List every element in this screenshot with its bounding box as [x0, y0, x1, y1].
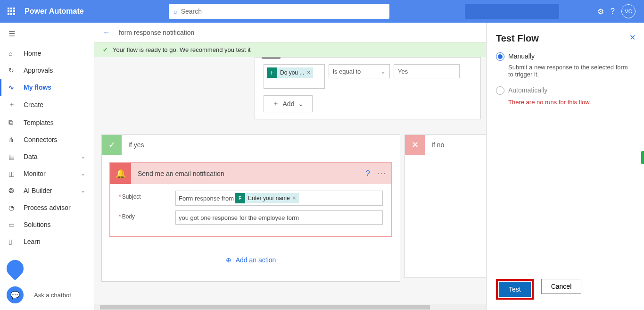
- search-box[interactable]: ⌕: [169, 4, 389, 19]
- flow-title: form response notification: [119, 29, 194, 36]
- email-notification-action[interactable]: 🔔 Send me an email notification ? ··· *S…: [109, 162, 392, 237]
- remove-token-icon[interactable]: ×: [307, 69, 310, 76]
- radio-manually[interactable]: Manually: [496, 52, 635, 61]
- nav-approvals[interactable]: ↻Approvals: [0, 62, 94, 79]
- dynamic-token[interactable]: F Do you ... ×: [267, 67, 313, 78]
- grip-icon: [262, 57, 281, 59]
- action-title: Send me an email notification: [138, 170, 366, 177]
- subject-label: *Subject: [119, 191, 175, 200]
- home-icon: ⌂: [8, 50, 18, 57]
- check-icon: ✓: [102, 135, 122, 155]
- approvals-icon: ↻: [8, 67, 18, 74]
- nav-learn[interactable]: ▯Learn: [0, 233, 94, 250]
- cancel-button[interactable]: Cancel: [541, 279, 582, 294]
- app-launcher-icon[interactable]: [4, 4, 19, 19]
- search-icon: ⌕: [173, 8, 177, 15]
- banner-text: Your flow is ready to go. We recommend y…: [113, 46, 251, 53]
- plus-icon: ＋: [272, 100, 279, 108]
- nav-data[interactable]: ▦Data⌄: [0, 148, 94, 165]
- chevron-down-icon: ⌄: [298, 100, 304, 108]
- templates-icon: ⧉: [8, 118, 18, 126]
- solutions-icon: ▭: [8, 221, 18, 228]
- cross-icon: ✕: [405, 135, 425, 155]
- environment-selector[interactable]: [465, 4, 559, 19]
- chatbot-label[interactable]: Ask a chatbot: [34, 292, 71, 299]
- condition-left-value[interactable]: F Do you ... ×: [264, 64, 325, 89]
- chevron-down-icon: ⌄: [81, 187, 85, 194]
- manual-description: Submit a new response to the selected fo…: [508, 64, 635, 78]
- chat-pointer-icon: [3, 257, 27, 281]
- condition-operator[interactable]: is equal to ⌄: [329, 64, 390, 78]
- ai-icon: ❂: [8, 187, 18, 194]
- condition-block[interactable]: F Do you ... × is equal to ⌄ Yes ＋ Add ⌄: [255, 57, 481, 119]
- user-avatar[interactable]: VC: [621, 4, 636, 18]
- data-icon: ▦: [8, 153, 18, 160]
- nav-ai-builder[interactable]: ❂AI Builder⌄: [0, 182, 94, 199]
- nav-create[interactable]: ＋Create: [0, 96, 94, 114]
- brand-title: Power Automate: [25, 7, 84, 16]
- nav-templates[interactable]: ⧉Templates: [0, 114, 94, 131]
- forms-icon: F: [267, 67, 277, 78]
- auto-error-text: There are no runs for this flow.: [508, 99, 635, 106]
- nav-process-advisor[interactable]: ◔Process advisor: [0, 199, 94, 216]
- help-icon[interactable]: ?: [366, 169, 370, 178]
- settings-icon[interactable]: ⚙: [597, 7, 604, 16]
- nav-my-flows[interactable]: ∿My flows: [0, 79, 94, 96]
- bell-icon: 🔔: [110, 163, 131, 184]
- add-action-link[interactable]: ⊕ Add an action: [226, 256, 276, 264]
- chevron-down-icon: ⌄: [81, 170, 85, 177]
- connectors-icon: ⋔: [8, 136, 18, 143]
- forms-icon: F: [235, 193, 245, 203]
- check-icon: ✔: [103, 46, 108, 53]
- condition-right-value[interactable]: Yes: [394, 64, 460, 78]
- plus-icon: ＋: [8, 101, 18, 109]
- back-button[interactable]: ←: [103, 28, 110, 37]
- hamburger-icon[interactable]: ☰: [0, 23, 94, 45]
- search-input[interactable]: [181, 8, 385, 15]
- panel-title: Test Flow: [496, 33, 635, 44]
- nav-solutions[interactable]: ▭Solutions: [0, 216, 94, 233]
- test-button[interactable]: Test: [499, 282, 531, 297]
- remove-token-icon[interactable]: ×: [293, 195, 296, 201]
- insert-step-icon: ⊕: [226, 256, 231, 264]
- highlight-ring: Test: [496, 279, 534, 300]
- top-header: Power Automate ⌕ ⚙ ? VC: [0, 0, 644, 23]
- close-panel-icon[interactable]: ✕: [629, 33, 636, 42]
- add-condition-button[interactable]: ＋ Add ⌄: [264, 95, 313, 112]
- if-yes-branch: ✓ If yes 🔔 Send me an email notification…: [101, 134, 400, 282]
- chevron-down-icon: ⌄: [380, 68, 386, 75]
- test-flow-panel: Test Flow ✕ Manually Submit a new respon…: [486, 23, 644, 310]
- feedback-tab[interactable]: [641, 151, 644, 164]
- left-sidebar: ☰ ⌂Home ↻Approvals ∿My flows ＋Create ⧉Te…: [0, 23, 94, 310]
- subject-input[interactable]: Form response from F Enter your name ×: [175, 191, 383, 206]
- radio-automatically[interactable]: Automatically: [496, 86, 635, 95]
- nav-home[interactable]: ⌂Home: [0, 45, 94, 62]
- body-input[interactable]: you got one response for the employee fo…: [175, 210, 383, 225]
- chevron-down-icon: ⌄: [81, 153, 85, 160]
- learn-icon: ▯: [8, 238, 18, 245]
- radio-icon[interactable]: [496, 52, 504, 61]
- action-menu-icon[interactable]: ···: [378, 169, 387, 178]
- if-yes-header[interactable]: ✓ If yes: [102, 135, 400, 155]
- monitor-icon: ◫: [8, 170, 18, 177]
- nav-connectors[interactable]: ⋔Connectors: [0, 131, 94, 148]
- advisor-icon: ◔: [8, 204, 18, 211]
- nav-monitor[interactable]: ◫Monitor⌄: [0, 165, 94, 182]
- body-label: *Body: [119, 210, 175, 220]
- help-icon[interactable]: ?: [611, 7, 615, 16]
- chatbot-button[interactable]: 💬: [7, 286, 24, 303]
- dynamic-token[interactable]: F Enter your name ×: [235, 193, 299, 203]
- radio-icon[interactable]: [496, 86, 504, 95]
- flows-icon: ∿: [8, 84, 18, 91]
